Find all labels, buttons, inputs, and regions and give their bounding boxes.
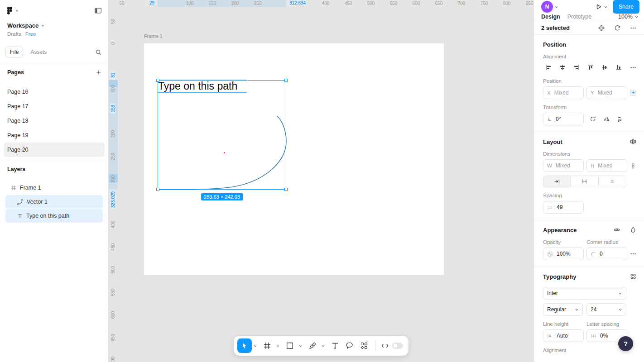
dimensions-label: Dimensions	[543, 151, 639, 157]
typography-heading: Typography	[543, 273, 576, 280]
create-component-button[interactable]	[596, 23, 607, 33]
sizing-fixed-button[interactable]	[543, 176, 571, 187]
line-height-field[interactable]: Auto	[543, 329, 584, 342]
layer-item-frame[interactable]: Frame 1	[5, 181, 103, 195]
sizing-fill-button[interactable]	[571, 176, 599, 187]
selection-handle-bottom-right[interactable]	[284, 188, 288, 191]
layer-item-text[interactable]: Type on this path	[5, 209, 103, 223]
layout-section: Layout Dimensions W Mixed H Mixed	[534, 132, 644, 220]
workspace-selector[interactable]: Workspace	[0, 21, 108, 30]
font-family-select[interactable]: Inter	[543, 287, 626, 300]
dev-mode-toggle[interactable]	[379, 343, 405, 349]
opacity-field[interactable]: 100%	[543, 248, 584, 260]
move-tool-chevron[interactable]	[252, 338, 258, 353]
avatar-chevron-icon[interactable]	[554, 5, 558, 9]
dev-mode-switch[interactable]	[392, 343, 403, 349]
selection-handle-top-left[interactable]	[156, 79, 159, 82]
sizing-hug-button[interactable]	[598, 176, 626, 187]
plan-badge[interactable]: Free	[25, 31, 36, 37]
align-right-button[interactable]	[571, 62, 582, 73]
blend-mode-button[interactable]	[628, 224, 639, 235]
frame-title-label[interactable]: Frame 1	[144, 33, 163, 39]
constraints-button[interactable]	[628, 87, 639, 98]
help-button[interactable]: ?	[618, 336, 633, 351]
page-item[interactable]: Page 16	[4, 85, 105, 99]
figma-logo-icon[interactable]	[6, 7, 13, 14]
spacing-label: Spacing	[543, 193, 639, 198]
page-item-selected[interactable]: Page 20	[4, 143, 105, 157]
pen-tool-button[interactable]	[305, 338, 320, 353]
opacity-label: Opacity	[543, 239, 586, 245]
flip-vertical-button[interactable]	[615, 114, 625, 124]
ruler-selection-end-label: 323.029	[111, 190, 115, 209]
appearance-heading: Appearance	[543, 227, 577, 233]
align-left-button[interactable]	[543, 62, 554, 73]
auto-layout-button[interactable]	[628, 136, 639, 147]
tab-file[interactable]: File	[5, 47, 23, 57]
align-vertical-center-button[interactable]	[599, 62, 610, 73]
more-options-button[interactable]	[628, 23, 639, 33]
canvas[interactable]: Frame 1 Type on this path 283.63 × 242.0…	[109, 0, 533, 362]
breadcrumb-drafts[interactable]: Drafts	[7, 31, 21, 37]
align-bottom-button[interactable]	[613, 62, 624, 73]
text-tool-button[interactable]	[328, 338, 342, 353]
sidebar-tabs: File Assets	[0, 42, 108, 63]
height-field[interactable]: H Mixed	[586, 159, 627, 172]
width-field[interactable]: W Mixed	[543, 159, 584, 172]
selection-handle-top-right[interactable]	[284, 79, 288, 82]
visibility-button[interactable]	[611, 224, 622, 235]
constrain-proportions-button[interactable]	[628, 160, 639, 171]
page-label: Page 17	[7, 103, 29, 110]
more-appearance-button[interactable]	[628, 248, 639, 259]
ruler-tick-label: 550	[390, 1, 398, 6]
pen-tool-chevron[interactable]	[320, 338, 326, 353]
zoom-menu[interactable]: 100%	[618, 14, 639, 20]
share-button[interactable]: Share	[613, 0, 639, 14]
page-item[interactable]: Page 17	[4, 99, 105, 114]
corner-radius-field[interactable]: 0	[586, 248, 627, 260]
page-item[interactable]: Page 18	[4, 114, 105, 128]
avatar[interactable]: N	[541, 1, 553, 13]
actions-tool-button[interactable]	[357, 338, 371, 353]
comment-tool-button[interactable]	[342, 338, 357, 353]
rotate-button[interactable]	[587, 114, 598, 124]
sidebar-toggle-icon[interactable]	[94, 7, 102, 14]
main-menu-chevron-icon[interactable]	[15, 9, 19, 13]
chevron-down-icon	[298, 344, 303, 348]
align-top-button[interactable]	[585, 62, 596, 73]
flip-horizontal-button[interactable]	[601, 114, 612, 124]
instance-swap-button[interactable]	[612, 23, 623, 33]
selection-box[interactable]	[158, 80, 286, 190]
page-item[interactable]: Page 19	[4, 128, 105, 143]
more-alignment-button[interactable]	[628, 62, 639, 73]
y-position-field[interactable]: Y Mixed	[586, 86, 627, 99]
type-styles-button[interactable]	[628, 271, 639, 282]
frame-tool-button[interactable]	[260, 338, 274, 353]
ruler-tick-label: 550	[111, 289, 115, 296]
component-icon	[598, 24, 605, 32]
search-icon[interactable]	[95, 49, 102, 56]
tab-design[interactable]: Design	[541, 14, 560, 20]
font-style-select[interactable]: Regular	[543, 303, 583, 316]
ruler-tick-label: 300	[111, 176, 115, 183]
present-chevron-icon[interactable]	[604, 5, 608, 9]
layer-label: Frame 1	[20, 185, 41, 191]
rotation-field[interactable]: 0°	[543, 113, 584, 125]
spacing-field[interactable]: 49	[543, 201, 584, 214]
transform-label: Transform	[543, 105, 639, 110]
move-tool-button[interactable]	[237, 338, 252, 353]
frame-tool-chevron[interactable]	[274, 338, 281, 353]
add-page-icon[interactable]	[96, 69, 102, 76]
tab-assets[interactable]: Assets	[30, 49, 47, 55]
x-position-field[interactable]: X Mixed	[543, 86, 584, 99]
layers-section-header: Layers	[0, 160, 108, 178]
layer-item-vector[interactable]: Vector 1	[5, 195, 103, 209]
shape-tool-button[interactable]	[283, 338, 297, 353]
present-icon[interactable]	[595, 3, 602, 10]
font-size-value: 24	[591, 306, 596, 313]
shape-tool-chevron[interactable]	[297, 338, 303, 353]
selection-handle-bottom-left[interactable]	[156, 188, 159, 191]
align-horizontal-center-button[interactable]	[557, 62, 568, 73]
font-size-select[interactable]: 24	[586, 303, 626, 316]
tab-prototype[interactable]: Prototype	[567, 14, 592, 20]
